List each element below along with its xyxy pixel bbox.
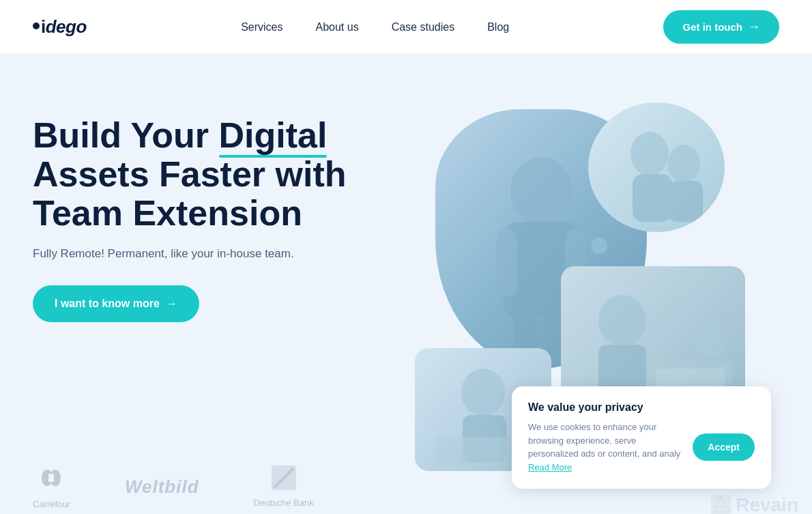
svg-point-15	[696, 326, 726, 356]
cookie-body: We use cookies to enhance your browsing …	[528, 420, 755, 474]
nav-item-blog[interactable]: Blog	[487, 21, 509, 33]
weltbild-label: Weltbild	[125, 476, 199, 498]
logo[interactable]: idego	[33, 16, 87, 38]
svg-point-7	[630, 132, 669, 175]
cookie-text: We use cookies to enhance your browsing …	[528, 420, 682, 474]
know-more-button[interactable]: I want to know more →	[33, 285, 199, 322]
svg-rect-21	[48, 474, 54, 482]
deutsche-bank-logo: Deutsche Bank	[254, 466, 314, 508]
svg-point-9	[667, 145, 700, 183]
navbar: idego Services About us Case studies Blo…	[0, 0, 812, 55]
svg-rect-10	[669, 181, 703, 222]
hero-title: Build Your Digital Assets Faster with Te…	[33, 116, 388, 233]
nav-link-services[interactable]: Services	[241, 21, 282, 33]
deutsche-bank-label: Deutsche Bank	[254, 498, 314, 508]
nav-link-case-studies[interactable]: Case studies	[392, 21, 455, 33]
weltbild-logo: Weltbild	[125, 476, 199, 498]
nav-item-about[interactable]: About us	[316, 21, 359, 33]
nav-link-blog[interactable]: Blog	[487, 21, 509, 33]
svg-rect-8	[633, 174, 672, 222]
hero-left: Build Your Digital Assets Faster with Te…	[33, 96, 388, 322]
revain-icon	[711, 495, 731, 514]
cookie-banner: We value your privacy We use cookies to …	[512, 386, 771, 489]
carrefour-label: Carrefour	[33, 499, 70, 509]
nav-links: Services About us Case studies Blog	[241, 21, 509, 33]
arrow-icon: →	[748, 20, 760, 34]
nav-item-case-studies[interactable]: Case studies	[392, 21, 455, 33]
svg-point-16	[461, 369, 505, 416]
svg-point-0	[510, 157, 572, 225]
get-in-touch-button[interactable]: Get in touch →	[663, 10, 779, 44]
svg-point-11	[598, 295, 646, 347]
hero-subtitle: Fully Remote! Permanent, like your in-ho…	[33, 247, 388, 261]
revain-watermark: Revain	[711, 494, 798, 514]
logo-text: idego	[41, 16, 87, 38]
read-more-link[interactable]: Read More	[528, 462, 572, 472]
carrefour-logo: Carrefour	[33, 464, 70, 509]
hero-image-top-right	[588, 102, 725, 232]
svg-point-6	[591, 238, 607, 254]
cookie-title: We value your privacy	[528, 401, 755, 414]
arrow-icon: →	[166, 298, 177, 310]
nav-item-services[interactable]: Services	[241, 21, 282, 33]
svg-rect-2	[497, 229, 517, 297]
page-wrapper: idego Services About us Case studies Blo…	[0, 0, 812, 514]
nav-link-about[interactable]: About us	[316, 21, 359, 33]
cookie-accept-button[interactable]: Accept	[693, 433, 755, 461]
logo-dot	[33, 23, 40, 29]
